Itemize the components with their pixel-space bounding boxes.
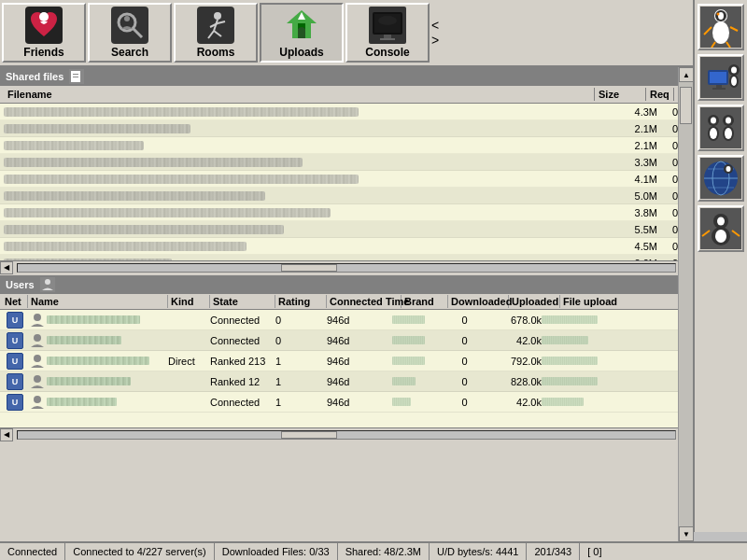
main-content: Shared files Filename Size Req 4.3M0 2.1… — [0, 67, 693, 541]
svg-point-59 — [711, 118, 716, 124]
user-avatar — [28, 373, 47, 390]
status-downloaded-text: Downloaded Files: 0/33 — [222, 546, 330, 557]
user-uploaded: 678.0k — [490, 315, 542, 326]
vscroll-track[interactable] — [679, 82, 693, 526]
user-brand — [392, 336, 439, 344]
status-pages-text: 201/343 — [534, 546, 571, 557]
user-rating: 0 — [275, 335, 327, 346]
svg-point-36 — [34, 375, 41, 383]
user-avatar — [28, 332, 47, 349]
users-hscrollbar[interactable]: ◀ ▶ — [0, 427, 693, 441]
user-uploaded: 42.0k — [490, 335, 542, 346]
status-server-text: Connected to 4/227 server(s) — [73, 546, 205, 557]
file-row: 2.0M0 — [0, 255, 693, 260]
svg-rect-50 — [710, 72, 726, 83]
svg-point-54 — [731, 77, 737, 86]
side-penguin-walk[interactable] — [698, 4, 744, 50]
uploads-button[interactable]: Uploads — [260, 3, 344, 63]
svg-point-76 — [717, 217, 725, 226]
status-ud: U/D bytes/s: 4441 — [430, 543, 527, 560]
file-row: 4.3M0 — [0, 104, 693, 120]
status-connected: Connected — [0, 543, 65, 560]
user-fileupl — [542, 377, 691, 385]
files-hscrollbar[interactable]: ◀ ▶ — [0, 260, 693, 273]
scroll-left-arrow[interactable]: ◀ — [0, 261, 13, 274]
svg-point-78 — [715, 230, 726, 243]
nav-arrows[interactable]: < > — [431, 18, 439, 48]
nav-right-icon[interactable]: > — [431, 33, 439, 48]
network-icon: U — [7, 353, 23, 370]
user-downloaded: 0 — [439, 397, 490, 408]
friends-button[interactable]: Friends — [2, 3, 86, 63]
status-ud-label: U/D bytes/s: — [437, 546, 493, 557]
friends-label: Friends — [23, 46, 63, 59]
users-section: Users Net Name Kind State Rating Connect… — [0, 275, 693, 441]
file-row: 5.5M0 — [0, 221, 693, 238]
user-row: U Ranked 12 1 946d 0 828.0k — [0, 371, 693, 392]
user-state: Ranked 12 — [210, 376, 275, 387]
ucol-name: Name — [28, 295, 168, 308]
console-button[interactable]: Console — [345, 3, 430, 63]
vscroll-down-arrow[interactable]: ▼ — [679, 526, 694, 541]
user-net-icon: U — [2, 353, 28, 370]
user-avatar — [28, 312, 47, 329]
user-avatar — [28, 394, 47, 411]
svg-point-52 — [731, 67, 737, 74]
user-rating: 1 — [275, 376, 327, 387]
friends-icon — [25, 7, 63, 44]
status-downloaded: Downloaded Files: 0/33 — [215, 543, 338, 560]
search-button[interactable]: Search — [88, 3, 172, 63]
user-downloaded: 0 — [439, 335, 490, 346]
user-brand — [392, 398, 439, 406]
vscroll-thumb[interactable] — [680, 87, 692, 124]
users-list[interactable]: U Connected 0 946d 0 678.0k U — [0, 310, 693, 427]
svg-point-73 — [726, 166, 731, 172]
ucol-connected: Connected Time — [327, 295, 402, 308]
user-uploaded: 42.0k — [490, 397, 542, 408]
svg-point-33 — [34, 314, 41, 321]
svg-point-5 — [124, 16, 130, 21]
vscroll-up-arrow[interactable]: ▲ — [679, 67, 694, 82]
console-label: Console — [365, 46, 409, 59]
user-name — [47, 336, 168, 344]
user-kind: Direct — [168, 356, 210, 367]
rooms-button[interactable]: Rooms — [174, 3, 258, 63]
file-row: 2.1M0 — [0, 120, 693, 137]
scroll-thumb[interactable] — [281, 264, 337, 272]
file-row: 5.0M0 — [0, 188, 693, 204]
svg-rect-30 — [73, 77, 78, 77]
user-net-icon: U — [2, 394, 28, 411]
side-two-penguins[interactable] — [698, 105, 744, 151]
network-icon: U — [7, 394, 23, 411]
users-scroll-thumb[interactable] — [281, 431, 337, 439]
svg-point-43 — [717, 13, 720, 16]
files-icon — [69, 69, 84, 84]
nav-left-icon[interactable]: < — [431, 18, 439, 33]
ucol-fileupl: File upload — [560, 295, 691, 308]
user-connected-time: 946d — [327, 315, 392, 326]
users-icon — [40, 277, 55, 292]
statusbar: Connected Connected to 4/227 server(s) D… — [0, 541, 747, 560]
svg-point-20 — [378, 16, 397, 25]
side-globe-penguin[interactable] — [698, 155, 744, 202]
users-scroll-left[interactable]: ◀ — [0, 428, 13, 441]
users-scroll-track[interactable] — [17, 430, 676, 440]
svg-point-37 — [34, 396, 41, 403]
user-state: Connected — [210, 397, 275, 408]
svg-point-40 — [712, 21, 729, 44]
svg-point-65 — [725, 128, 732, 139]
scroll-track[interactable] — [17, 263, 676, 273]
side-penguin-solo[interactable] — [698, 205, 744, 252]
svg-point-1 — [39, 12, 49, 21]
ucol-brand: Brand — [402, 295, 448, 308]
svg-point-35 — [34, 355, 41, 362]
user-state: Ranked 213 — [210, 356, 275, 367]
side-penguin-computer[interactable] — [698, 54, 744, 101]
user-downloaded: 0 — [439, 356, 490, 367]
svg-rect-55 — [716, 85, 722, 88]
user-name — [47, 377, 168, 385]
status-connected-text: Connected — [7, 546, 57, 557]
files-title: Shared files — [6, 71, 63, 82]
files-list[interactable]: 4.3M0 2.1M0 2.1M0 3.3M0 4.1M0 5.0M0 3.8M… — [0, 104, 693, 260]
main-vscrollbar[interactable]: ▲ ▼ — [678, 67, 693, 541]
